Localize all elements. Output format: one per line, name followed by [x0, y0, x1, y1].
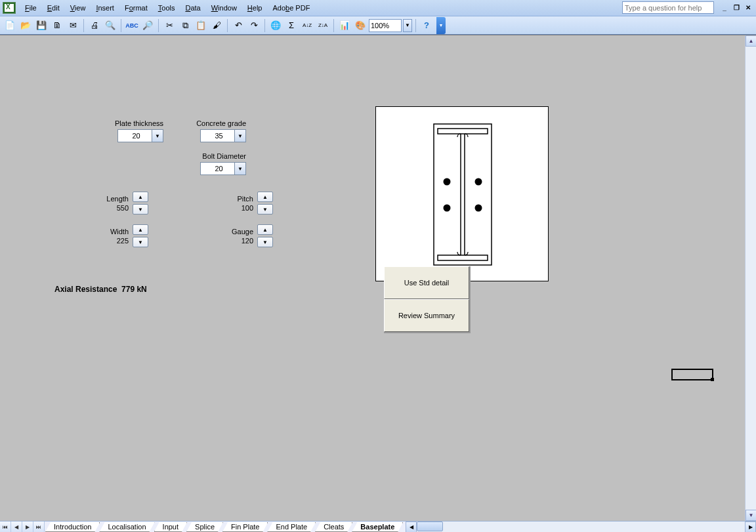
bolt-diameter-label: Bolt Diameter [200, 152, 246, 160]
menu-help[interactable]: Help [242, 1, 268, 14]
sheet-tab-input[interactable]: Input [154, 522, 187, 532]
menu-edit[interactable]: Edit [42, 1, 65, 14]
chart-wizard-icon[interactable]: 📊 [337, 18, 352, 33]
gauge-label: Gauge [217, 227, 253, 236]
sheet-tabs: Introduction Localisation Input Splice F… [45, 522, 403, 532]
toolbar-separator [264, 19, 265, 32]
menu-format[interactable]: Format [119, 1, 153, 14]
svg-rect-1 [438, 129, 488, 134]
zoom-dropdown-button[interactable]: ▼ [403, 19, 412, 32]
bolt-diameter-value: 20 [201, 165, 234, 173]
h-scroll-track[interactable] [417, 522, 745, 533]
spelling-icon[interactable]: ABC [125, 18, 139, 33]
help-search-input[interactable] [622, 1, 714, 14]
sheet-tab-cleats[interactable]: Cleats [315, 522, 352, 532]
menu-view[interactable]: View [65, 1, 91, 14]
close-button[interactable]: ✕ [743, 3, 753, 12]
toolbar-options-icon[interactable]: ▾ [436, 17, 446, 34]
menu-tools[interactable]: Tools [153, 1, 180, 14]
use-std-detail-button[interactable]: Use Std detail [384, 266, 469, 299]
help-icon[interactable]: ? [419, 18, 434, 33]
gauge-up-button[interactable]: ▲ [257, 224, 273, 235]
width-label: Width [92, 227, 129, 236]
sort-asc-icon[interactable]: A↓Z [300, 18, 314, 33]
toolbar-separator [158, 19, 159, 32]
length-down-button[interactable]: ▼ [133, 204, 148, 215]
length-label: Length [92, 194, 129, 203]
hyperlink-icon[interactable]: 🌐 [268, 18, 283, 33]
save-icon[interactable]: 💾 [34, 18, 49, 33]
sheet-tab-splice[interactable]: Splice [186, 522, 223, 532]
plate-thickness-label: Plate thickness [107, 119, 163, 127]
new-icon[interactable]: 📄 [3, 18, 17, 33]
sheet-tab-introduction[interactable]: Introduction [45, 522, 100, 532]
cut-icon[interactable]: ✂ [162, 18, 177, 33]
concrete-grade-combo[interactable]: 35 ▼ [200, 129, 246, 142]
minimize-button[interactable]: _ [719, 3, 730, 12]
zoom-input[interactable]: 100% [369, 19, 402, 32]
permission-icon[interactable]: 🗎 [50, 18, 64, 33]
menu-bar: File Edit View Insert Format Tools Data … [0, 0, 756, 16]
zoom-value: 100% [371, 22, 389, 30]
scroll-left-button[interactable]: ◀ [406, 522, 417, 533]
scroll-down-button[interactable]: ▼ [746, 510, 756, 521]
width-up-button[interactable]: ▲ [133, 224, 148, 235]
menu-file[interactable]: File [20, 1, 42, 14]
print-icon[interactable]: 🖨 [87, 18, 102, 33]
pitch-up-button[interactable]: ▲ [257, 192, 273, 202]
svg-point-7 [444, 205, 451, 212]
scroll-right-button[interactable]: ▶ [745, 522, 756, 533]
toolbar-separator [333, 19, 334, 32]
menu-insert[interactable]: Insert [91, 1, 119, 14]
dropdown-icon[interactable]: ▼ [234, 130, 245, 142]
plate-thickness-combo[interactable]: 20 ▼ [117, 129, 163, 142]
drawing-icon[interactable]: 🎨 [353, 18, 368, 33]
vertical-scrollbar[interactable]: ▲ ▼ [745, 35, 756, 521]
undo-icon[interactable]: ↶ [231, 18, 245, 33]
length-up-button[interactable]: ▲ [133, 192, 148, 202]
sheet-tab-end-plate[interactable]: End Plate [267, 522, 316, 532]
menu-window[interactable]: Window [206, 1, 242, 14]
dropdown-icon[interactable]: ▼ [152, 130, 163, 142]
active-cell-cursor[interactable] [671, 369, 713, 380]
research-icon[interactable]: 🔎 [140, 18, 155, 33]
sort-desc-icon[interactable]: Z↓A [316, 18, 330, 33]
restore-button[interactable]: ❐ [731, 3, 742, 12]
bolt-diameter-combo[interactable]: 20 ▼ [200, 162, 246, 175]
review-summary-button[interactable]: Review Summary [384, 299, 469, 332]
horizontal-scrollbar[interactable]: ◀ ▶ [406, 522, 756, 532]
sheet-tab-strip: ⏮ ◀ ▶ ⏭ Introduction Localisation Input … [0, 521, 756, 532]
autosum-icon[interactable]: Σ [284, 18, 299, 33]
tab-nav-next[interactable]: ▶ [22, 522, 33, 532]
tab-nav-last[interactable]: ⏭ [33, 522, 45, 532]
axial-resistance-label: Axial Resistance [54, 285, 117, 294]
tab-nav-prev[interactable]: ◀ [11, 522, 22, 532]
svg-point-5 [444, 178, 451, 186]
svg-rect-2 [438, 255, 488, 260]
pitch-down-button[interactable]: ▼ [257, 204, 273, 215]
format-painter-icon[interactable]: 🖌 [209, 18, 224, 33]
sheet-tab-baseplate[interactable]: Baseplate [352, 522, 403, 532]
h-scroll-thumb[interactable] [417, 522, 443, 531]
email-icon[interactable]: ✉ [66, 18, 80, 33]
scroll-up-button[interactable]: ▲ [746, 35, 756, 47]
concrete-grade-label: Concrete grade [192, 119, 246, 127]
gauge-value: 120 [217, 236, 253, 245]
open-icon[interactable]: 📂 [18, 18, 33, 33]
toolbar-separator [83, 19, 84, 32]
print-preview-icon[interactable]: 🔍 [103, 18, 117, 33]
width-down-button[interactable]: ▼ [133, 237, 148, 247]
paste-icon[interactable]: 📋 [194, 18, 208, 33]
menu-data[interactable]: Data [180, 1, 205, 14]
redo-icon[interactable]: ↷ [247, 18, 261, 33]
baseplate-diagram [375, 106, 549, 281]
gauge-down-button[interactable]: ▼ [257, 237, 273, 247]
sheet-tab-fin-plate[interactable]: Fin Plate [222, 522, 268, 532]
svg-rect-0 [434, 124, 492, 265]
sheet-tab-localisation[interactable]: Localisation [99, 522, 154, 532]
copy-icon[interactable]: ⧉ [178, 18, 192, 33]
dropdown-icon[interactable]: ▼ [234, 163, 245, 174]
menu-adobe-pdf[interactable]: Adobe PDF [267, 1, 315, 14]
pitch-value: 100 [217, 203, 253, 213]
tab-nav-first[interactable]: ⏮ [0, 522, 11, 532]
